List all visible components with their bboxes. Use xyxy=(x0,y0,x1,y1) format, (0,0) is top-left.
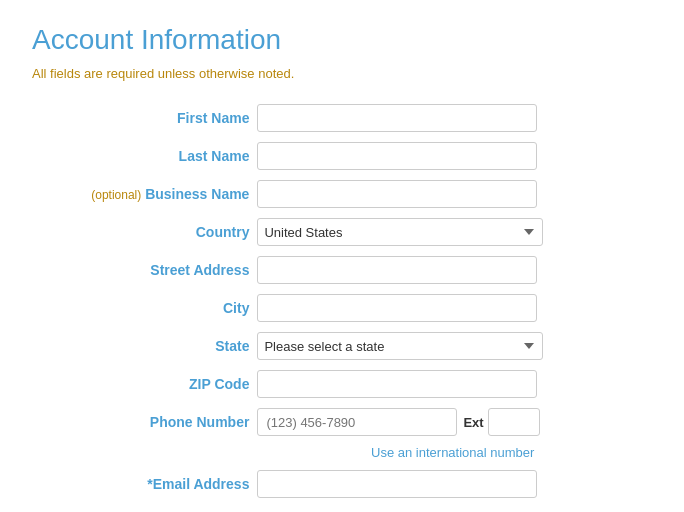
account-form: First Name Last Name (optional) Business… xyxy=(32,99,652,512)
phone-row-container: Ext xyxy=(257,408,648,436)
optional-tag: (optional) xyxy=(91,188,141,202)
subtitle: All fields are required unless otherwise… xyxy=(32,66,652,81)
country-label: Country xyxy=(32,213,253,251)
last-name-row: Last Name xyxy=(32,137,652,175)
receipt-note-row: *Your receipt will be sent to this addre… xyxy=(32,503,652,512)
zip-code-input[interactable] xyxy=(257,370,537,398)
business-name-row: (optional) Business Name xyxy=(32,175,652,213)
first-name-input[interactable] xyxy=(257,104,537,132)
last-name-label: Last Name xyxy=(32,137,253,175)
state-row: State Please select a state Alabama Alas… xyxy=(32,327,652,365)
phone-number-row: Phone Number Ext xyxy=(32,403,652,441)
intl-number-link[interactable]: Use an international number xyxy=(257,445,648,460)
business-name-input[interactable] xyxy=(257,180,537,208)
state-label: State xyxy=(32,327,253,365)
business-name-label: Business Name xyxy=(145,186,249,202)
street-address-label: Street Address xyxy=(32,251,253,289)
first-name-row: First Name xyxy=(32,99,652,137)
intl-link-row: Use an international number xyxy=(32,441,652,465)
email-row: *Email Address xyxy=(32,465,652,503)
street-address-input[interactable] xyxy=(257,256,537,284)
country-select[interactable]: United States Canada United Kingdom Aust… xyxy=(257,218,543,246)
phone-number-label: Phone Number xyxy=(32,403,253,441)
zip-code-label: ZIP Code xyxy=(32,365,253,403)
last-name-input[interactable] xyxy=(257,142,537,170)
city-label: City xyxy=(32,289,253,327)
phone-input[interactable] xyxy=(257,408,457,436)
ext-input[interactable] xyxy=(488,408,540,436)
street-address-row: Street Address xyxy=(32,251,652,289)
ext-label: Ext xyxy=(463,415,483,430)
city-input[interactable] xyxy=(257,294,537,322)
email-label: *Email Address xyxy=(32,465,253,503)
city-row: City xyxy=(32,289,652,327)
email-label-text: Email Address xyxy=(153,476,250,492)
state-select[interactable]: Please select a state Alabama Alaska Ari… xyxy=(257,332,543,360)
email-input[interactable] xyxy=(257,470,537,498)
country-row: Country United States Canada United King… xyxy=(32,213,652,251)
zip-code-row: ZIP Code xyxy=(32,365,652,403)
first-name-label: First Name xyxy=(32,99,253,137)
page-title: Account Information xyxy=(32,24,652,56)
